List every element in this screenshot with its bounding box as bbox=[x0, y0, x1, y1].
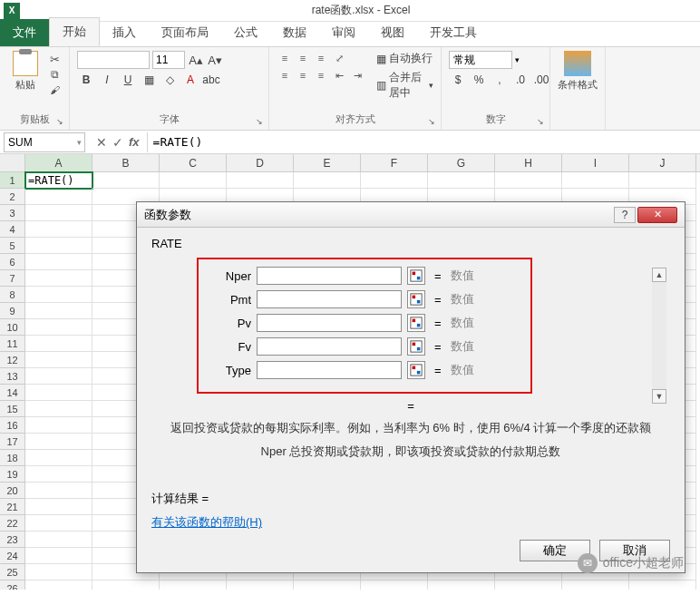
cell[interactable] bbox=[25, 336, 92, 352]
cell[interactable] bbox=[294, 172, 361, 189]
cell[interactable] bbox=[495, 172, 562, 189]
range-select-icon[interactable] bbox=[407, 361, 425, 379]
cell[interactable] bbox=[361, 580, 428, 590]
align-middle-icon[interactable]: ≡ bbox=[295, 51, 311, 65]
cell[interactable] bbox=[25, 270, 92, 287]
tab-insert[interactable]: 插入 bbox=[100, 19, 149, 46]
row-header-4[interactable]: 4 bbox=[0, 221, 25, 238]
cell[interactable] bbox=[25, 434, 92, 450]
font-family-select[interactable] bbox=[77, 51, 150, 69]
orientation-icon[interactable]: ⤢ bbox=[331, 51, 347, 65]
cell[interactable] bbox=[629, 580, 696, 590]
cell[interactable] bbox=[25, 205, 92, 221]
inc-decimal-icon[interactable]: .0 bbox=[511, 72, 530, 88]
row-header-22[interactable]: 22 bbox=[0, 515, 25, 532]
cell[interactable] bbox=[227, 580, 294, 590]
cell[interactable] bbox=[294, 580, 361, 590]
cut-icon[interactable] bbox=[47, 53, 62, 65]
wrap-text-button[interactable]: ▦自动换行 bbox=[376, 51, 433, 66]
row-header-1[interactable]: 1 bbox=[0, 172, 25, 189]
row-header-25[interactable]: 25 bbox=[0, 564, 25, 580]
merge-center-button[interactable]: ▥合并后居中▾ bbox=[376, 70, 433, 101]
align-left-icon[interactable]: ≡ bbox=[277, 68, 293, 83]
row-header-10[interactable]: 10 bbox=[0, 319, 25, 336]
cell[interactable] bbox=[25, 238, 92, 254]
percent-icon[interactable]: % bbox=[470, 72, 488, 88]
tab-data[interactable]: 数据 bbox=[270, 19, 319, 46]
cell[interactable] bbox=[25, 564, 92, 580]
param-input-Pmt[interactable] bbox=[257, 290, 402, 308]
cell[interactable] bbox=[25, 319, 92, 336]
col-header-D[interactable]: D bbox=[227, 154, 294, 171]
tab-review[interactable]: 审阅 bbox=[319, 19, 368, 46]
range-select-icon[interactable] bbox=[407, 267, 425, 285]
cell[interactable] bbox=[25, 368, 92, 385]
params-scrollbar[interactable]: ▲ ▼ bbox=[652, 268, 668, 404]
dec-decimal-icon[interactable]: .00 bbox=[532, 72, 550, 88]
cancel-formula-icon[interactable]: ✕ bbox=[96, 135, 107, 150]
cell[interactable] bbox=[25, 417, 92, 434]
row-header-7[interactable]: 7 bbox=[0, 270, 25, 287]
currency-icon[interactable]: $ bbox=[449, 72, 467, 88]
cell[interactable] bbox=[92, 172, 160, 189]
italic-button[interactable]: I bbox=[98, 72, 116, 88]
cell[interactable] bbox=[361, 172, 428, 189]
copy-icon[interactable] bbox=[47, 68, 62, 81]
indent-inc-icon[interactable]: ⇥ bbox=[349, 68, 365, 83]
cell[interactable] bbox=[25, 532, 92, 548]
cell[interactable] bbox=[562, 580, 629, 590]
row-header-21[interactable]: 21 bbox=[0, 499, 25, 515]
cell[interactable] bbox=[25, 287, 92, 303]
row-header-2[interactable]: 2 bbox=[0, 189, 25, 205]
range-select-icon[interactable] bbox=[407, 290, 425, 308]
font-launcher-icon[interactable]: ↘ bbox=[256, 117, 267, 128]
row-header-26[interactable]: 26 bbox=[0, 580, 25, 590]
shrink-font-icon[interactable]: A▾ bbox=[207, 54, 223, 67]
bold-button[interactable]: B bbox=[77, 72, 95, 88]
clipboard-launcher-icon[interactable]: ↘ bbox=[56, 117, 67, 128]
cell[interactable] bbox=[25, 580, 92, 590]
cell[interactable] bbox=[25, 221, 92, 238]
col-header-F[interactable]: F bbox=[361, 154, 428, 171]
grow-font-icon[interactable]: A▴ bbox=[188, 54, 204, 67]
number-launcher-icon[interactable]: ↘ bbox=[537, 117, 548, 128]
tab-dev[interactable]: 开发工具 bbox=[417, 19, 490, 46]
conditional-format-button[interactable]: 条件格式 bbox=[558, 51, 598, 92]
tab-home[interactable]: 开始 bbox=[49, 17, 100, 46]
cell[interactable] bbox=[25, 548, 92, 564]
cell[interactable] bbox=[227, 172, 294, 189]
tab-layout[interactable]: 页面布局 bbox=[149, 19, 221, 46]
dialog-title-bar[interactable]: 函数参数 ? ✕ bbox=[137, 202, 685, 228]
cell[interactable] bbox=[25, 466, 92, 483]
row-header-15[interactable]: 15 bbox=[0, 401, 25, 417]
formula-input[interactable] bbox=[148, 132, 700, 152]
cell[interactable] bbox=[25, 352, 92, 368]
cell[interactable] bbox=[25, 189, 92, 205]
function-help-link[interactable]: 有关该函数的帮助(H) bbox=[151, 514, 262, 531]
col-header-C[interactable]: C bbox=[160, 154, 227, 171]
cell[interactable] bbox=[160, 580, 227, 590]
row-header-18[interactable]: 18 bbox=[0, 450, 25, 466]
col-header-A[interactable]: A bbox=[25, 154, 92, 171]
row-header-8[interactable]: 8 bbox=[0, 287, 25, 303]
phonetic-button[interactable]: abc bbox=[202, 72, 220, 88]
font-color-button[interactable]: A bbox=[181, 72, 199, 88]
row-header-14[interactable]: 14 bbox=[0, 385, 25, 401]
cell[interactable] bbox=[562, 172, 629, 189]
font-size-select[interactable] bbox=[152, 51, 185, 69]
number-format-select[interactable] bbox=[449, 51, 512, 69]
cell[interactable] bbox=[160, 172, 227, 189]
scroll-up-icon[interactable]: ▲ bbox=[652, 268, 666, 282]
col-header-I[interactable]: I bbox=[562, 154, 629, 171]
cell[interactable] bbox=[25, 450, 92, 466]
align-launcher-icon[interactable]: ↘ bbox=[428, 117, 439, 128]
cell[interactable] bbox=[495, 580, 562, 590]
col-header-J[interactable]: J bbox=[629, 154, 696, 171]
tab-formula[interactable]: 公式 bbox=[221, 19, 270, 46]
fx-icon[interactable]: fx bbox=[129, 135, 140, 149]
dialog-help-button[interactable]: ? bbox=[614, 207, 636, 223]
row-header-16[interactable]: 16 bbox=[0, 417, 25, 434]
param-input-Nper[interactable] bbox=[257, 267, 402, 285]
range-select-icon[interactable] bbox=[407, 314, 425, 332]
param-input-Fv[interactable] bbox=[257, 337, 402, 356]
